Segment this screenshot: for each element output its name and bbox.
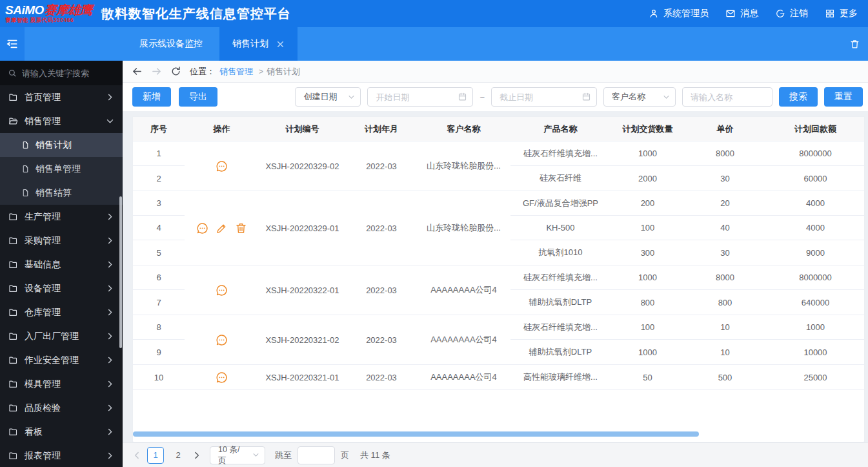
- sidebar-item-销售管理[interactable]: 销售管理: [0, 109, 123, 133]
- chat-button[interactable]: [215, 284, 228, 297]
- planned-amount: 25000: [765, 365, 865, 389]
- column-header: 计划交货数量: [611, 117, 685, 141]
- forward-icon[interactable]: [151, 66, 162, 77]
- serial-cell: 1: [133, 141, 185, 166]
- more-menu[interactable]: 更多: [825, 8, 858, 19]
- close-icon[interactable]: [276, 40, 285, 48]
- chat-icon: [215, 371, 228, 384]
- calendar-icon: [581, 92, 591, 101]
- plan-number: XSJH-20220329-02: [259, 141, 346, 191]
- trash-button[interactable]: [234, 222, 248, 235]
- reset-button[interactable]: 重置: [824, 87, 863, 107]
- back-icon[interactable]: [132, 66, 143, 77]
- breadcrumb-parent-link[interactable]: 销售管理: [219, 66, 253, 78]
- sidebar-subitem-label: 销售单管理: [35, 163, 81, 175]
- user-icon: [649, 8, 659, 19]
- prev-page-button[interactable]: [132, 451, 141, 460]
- chevron-down-icon: [348, 94, 355, 101]
- refresh-icon[interactable]: [170, 66, 181, 77]
- sidebar-item-品质检验[interactable]: 品质检验: [0, 396, 123, 420]
- folder-icon: [8, 212, 18, 222]
- table-row-group: 12XSJH-20220329-022022-03山东玲珑轮胎股份...硅灰石纤…: [133, 141, 864, 191]
- sidebar-item-采购管理[interactable]: 采购管理: [0, 229, 123, 253]
- sidebar-subitem-销售单管理[interactable]: 销售单管理: [0, 157, 123, 181]
- table-row-group: 89XSJH-20220321-022022-03AAAAAAAA公司4硅灰石纤…: [133, 315, 864, 365]
- user-menu[interactable]: 系统管理员: [649, 8, 709, 19]
- planned-amount: 1000: [765, 315, 865, 339]
- page-button-1[interactable]: 1: [147, 447, 164, 464]
- unit-price: 30: [685, 240, 765, 265]
- sidebar-item-基础信息[interactable]: 基础信息: [0, 253, 123, 276]
- planned-amount: 4000: [765, 216, 865, 240]
- sidebar-item-模具管理[interactable]: 模具管理: [0, 372, 123, 396]
- planned-qty: 100: [611, 216, 685, 240]
- trash-icon: [234, 222, 248, 235]
- page-size-value: 10 条/页: [218, 444, 247, 466]
- folder-icon: [8, 427, 18, 437]
- page-unit-label: 页: [341, 450, 349, 461]
- sidebar-item-作业安全管理[interactable]: 作业安全管理: [0, 348, 123, 372]
- chat-button[interactable]: [215, 160, 228, 173]
- chevron-right-icon: [106, 428, 114, 436]
- export-button[interactable]: 导出: [179, 87, 217, 107]
- product-row: 辅助抗氧剂DLTP10001010000: [510, 340, 865, 364]
- chat-button[interactable]: [215, 333, 228, 347]
- serial-cell: 8: [133, 315, 185, 340]
- sidebar-collapse-button[interactable]: [0, 27, 25, 61]
- planned-amount: 4000: [765, 191, 865, 215]
- clear-tabs-button[interactable]: [842, 27, 868, 61]
- sidebar-item-报表管理[interactable]: 报表管理: [0, 444, 123, 467]
- sidebar-scrollbar[interactable]: [119, 196, 122, 348]
- sidebar-item-生产管理[interactable]: 生产管理: [0, 205, 123, 229]
- folder-icon: [8, 284, 18, 293]
- serial-cell: 7: [133, 290, 185, 315]
- sidebar-subitem-销售结算[interactable]: 销售结算: [0, 181, 123, 205]
- logout-menu[interactable]: 注销: [775, 8, 808, 19]
- date-type-select[interactable]: 创建日期: [295, 87, 361, 107]
- page-size-select[interactable]: 10 条/页: [210, 446, 265, 464]
- next-page-button[interactable]: [192, 451, 201, 460]
- product-row: 硅灰石纤维填充增...100080008000000: [510, 141, 865, 166]
- customer-name: 山东玲珑轮胎股份...: [417, 141, 510, 191]
- horizontal-scrollbar: [133, 431, 864, 437]
- messages-menu[interactable]: 消息: [725, 8, 758, 19]
- name-search-input[interactable]: [682, 87, 772, 107]
- horizontal-scrollbar-thumb[interactable]: [133, 431, 699, 437]
- chat-button[interactable]: [215, 371, 228, 384]
- serial-cell: 5: [133, 240, 185, 265]
- serial-cell: 6: [133, 265, 185, 290]
- planned-qty: 2000: [611, 166, 685, 191]
- planned-qty: 200: [611, 191, 685, 215]
- customer-type-select[interactable]: 客户名称: [603, 87, 676, 107]
- customer-name: AAAAAAAA公司4: [417, 265, 510, 315]
- filter-bar: 创建日期 ~ 客户名称: [295, 87, 863, 107]
- sidebar-item-入厂出厂管理[interactable]: 入厂出厂管理: [0, 324, 123, 348]
- sidebar-item-看板[interactable]: 看板: [0, 420, 123, 444]
- brand-name: SAiMO赛摩雄鹰: [5, 4, 92, 16]
- sidebar-search-input[interactable]: [22, 68, 115, 78]
- row-actions: [185, 315, 259, 364]
- unit-price: 10: [685, 340, 765, 364]
- tab-display-line-monitor[interactable]: 展示线设备监控: [123, 27, 219, 61]
- plan-number: XSJH-20220321-02: [259, 315, 346, 364]
- search-button[interactable]: 搜索: [779, 87, 818, 107]
- sidebar-item-仓库管理[interactable]: 仓库管理: [0, 300, 123, 324]
- edit-button[interactable]: [215, 222, 228, 235]
- tab-sales-plan[interactable]: 销售计划: [219, 27, 298, 61]
- sidebar-subitem-销售计划[interactable]: 销售计划: [0, 133, 123, 157]
- breadcrumb-location-label: 位置：: [190, 66, 215, 78]
- jump-page-input[interactable]: [298, 446, 335, 464]
- tab-label: 销售计划: [232, 38, 268, 50]
- page-button-2[interactable]: 2: [170, 447, 187, 464]
- top-header: SAiMO赛摩雄鹰 赛摩智能 股票代码300466 散料数智化生产线信息管控平台…: [0, 0, 868, 27]
- sidebar-search[interactable]: [0, 61, 123, 85]
- sidebar-item-首页管理[interactable]: 首页管理: [0, 85, 123, 109]
- add-button[interactable]: 新增: [132, 87, 171, 107]
- unit-price: 30: [685, 166, 765, 191]
- sidebar-item-label: 看板: [25, 426, 99, 438]
- sidebar-item-设备管理[interactable]: 设备管理: [0, 276, 123, 300]
- unit-price: 8000: [685, 265, 765, 289]
- product-rows: 硅灰石纤维填充增...100080008000000辅助抗氧剂DLTP80080…: [510, 265, 865, 315]
- end-date-field: [491, 87, 597, 107]
- chat-button[interactable]: [196, 222, 209, 235]
